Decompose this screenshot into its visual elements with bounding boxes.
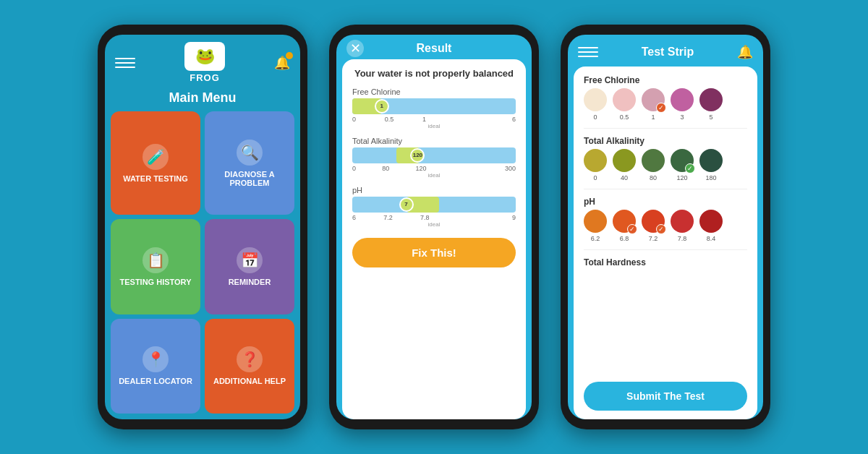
phone-1-screen: 🐸 FROG 🔔 Main Menu 🧪 WATER TESTING 🔍 DIA…	[105, 35, 300, 419]
result-content: Your water is not properly balanced Free…	[342, 59, 526, 419]
logo-area: 🐸 FROG	[135, 42, 274, 83]
divider-1	[584, 128, 747, 129]
fix-this-button[interactable]: Fix This!	[352, 238, 516, 267]
phone-1-header: 🐸 FROG 🔔	[105, 35, 300, 86]
ph-color-84	[699, 210, 723, 233]
frog-logo: 🐸	[184, 42, 225, 71]
chlorine-swatch-05[interactable]: 0.5	[613, 88, 636, 121]
chlorine-scale: 00.516	[352, 116, 516, 123]
total-alkalinity-section: Total Alkalinity 120 080120300 ideal	[352, 137, 516, 179]
alkalinity-value-marker: 120	[410, 148, 425, 163]
free-chlorine-label: Free Chlorine	[352, 87, 516, 96]
hamburger-menu-icon[interactable]	[115, 53, 135, 73]
chlorine-swatches: 0 0.5 ✓ 1 3	[584, 88, 747, 121]
strip-alkalinity-section: Total Alkalinity 0 40 80	[584, 136, 747, 181]
alkalinity-color-40	[613, 149, 636, 172]
diagnose-label: DIAGNOSE A PROBLEM	[209, 170, 290, 187]
ph-ideal-label: ideal	[352, 221, 516, 228]
ph-label: pH	[352, 186, 516, 194]
strip-free-chlorine-section: Free Chlorine 0 0.5 ✓ 1	[584, 75, 747, 121]
ph-check-68: ✓	[627, 224, 637, 234]
phone-2: ✕ Result Your water is not properly bala…	[329, 25, 539, 429]
ph-color-72: ✓	[642, 210, 665, 233]
alkalinity-color-0	[584, 149, 607, 172]
additional-help-label: ADDITIONAL HELP	[213, 377, 286, 385]
phone-3-screen: Test Strip 🔔 Free Chlorine 0 0.5	[568, 35, 763, 419]
result-top-bar: ✕ Result	[336, 35, 532, 59]
history-icon: 📋	[142, 247, 169, 273]
strip-chlorine-title: Free Chlorine	[584, 75, 747, 85]
alkalinity-color-120: ✓	[671, 149, 694, 172]
chlorine-value-marker: 1	[375, 99, 389, 113]
chlorine-check-1: ✓	[656, 103, 666, 113]
chlorine-swatch-0[interactable]: 0	[584, 88, 607, 121]
alkalinity-swatch-180[interactable]: 180	[699, 149, 723, 181]
dealer-label: DEALER LOCATOR	[119, 377, 192, 385]
divider-2	[584, 189, 747, 189]
alkalinity-ideal-label: ideal	[352, 172, 516, 179]
test-strip-title: Test Strip	[642, 46, 694, 59]
chlorine-swatch-3[interactable]: 3	[671, 88, 694, 121]
test-strip-top-bar: Test Strip 🔔	[568, 35, 763, 67]
dealer-locator-tile[interactable]: 📍 DEALER LOCATOR	[111, 319, 200, 414]
free-chlorine-bar: 1	[352, 98, 516, 114]
phone-1: 🐸 FROG 🔔 Main Menu 🧪 WATER TESTING 🔍 DIA…	[98, 25, 307, 429]
history-label: TESTING HISTORY	[119, 278, 191, 286]
testing-history-tile[interactable]: 📋 TESTING HISTORY	[111, 219, 200, 314]
phone-2-screen: ✕ Result Your water is not properly bala…	[336, 35, 532, 419]
ph-value-marker: 7	[399, 197, 414, 212]
strip-hardness-section: Total Hardness	[584, 257, 747, 270]
diagnose-tile[interactable]: 🔍 DIAGNOSE A PROBLEM	[205, 111, 294, 215]
ph-swatch-84[interactable]: 8.4	[699, 210, 723, 242]
ph-swatch-62[interactable]: 6.2	[584, 210, 607, 242]
alkalinity-color-180	[699, 149, 723, 172]
reminder-label: REMINDER	[229, 278, 271, 286]
reminder-tile[interactable]: 📅 REMINDER	[205, 219, 294, 314]
strip-ph-title: pH	[584, 197, 747, 207]
chlorine-swatch-5[interactable]: 5	[699, 88, 723, 121]
result-title: Result	[417, 42, 452, 55]
diagnose-icon: 🔍	[237, 140, 263, 166]
ph-color-62	[584, 210, 607, 233]
total-alkalinity-label: Total Alkalinity	[352, 137, 516, 145]
chlorine-color-3	[671, 88, 694, 111]
dealer-icon: 📍	[142, 346, 169, 372]
alkalinity-color-80	[642, 149, 665, 172]
test-strip-bell-icon[interactable]: 🔔	[737, 44, 753, 60]
test-strip-content: Free Chlorine 0 0.5 ✓ 1	[574, 67, 757, 419]
additional-help-icon: ❓	[237, 346, 263, 372]
water-testing-label: WATER TESTING	[123, 174, 188, 183]
ph-swatch-72[interactable]: ✓ 7.2	[642, 210, 665, 242]
chlorine-swatch-1[interactable]: ✓ 1	[642, 88, 665, 121]
free-chlorine-section: Free Chlorine 1 00.516 ideal	[352, 87, 516, 129]
ph-swatches: 6.2 ✓ 6.8 ✓ 7.2	[584, 210, 747, 242]
test-strip-menu-icon[interactable]	[578, 42, 598, 62]
ph-scale: 67.27.89	[352, 214, 516, 221]
water-testing-icon: 🧪	[142, 144, 169, 170]
ph-check-72: ✓	[656, 224, 666, 234]
water-testing-tile[interactable]: 🧪 WATER TESTING	[111, 111, 200, 215]
phone-3: Test Strip 🔔 Free Chlorine 0 0.5	[561, 25, 770, 429]
alkalinity-swatch-40[interactable]: 40	[613, 149, 636, 181]
additional-help-tile[interactable]: ❓ ADDITIONAL HELP	[205, 319, 294, 414]
brand-name: FROG	[190, 72, 220, 83]
submit-test-button[interactable]: Submit The Test	[584, 382, 747, 411]
ph-color-68: ✓	[613, 210, 636, 233]
strip-alkalinity-title: Total Alkalinity	[584, 136, 747, 146]
ph-color-78	[671, 210, 694, 233]
alkalinity-swatch-80[interactable]: 80	[642, 149, 665, 181]
strip-hardness-title: Total Hardness	[584, 257, 747, 267]
menu-grid: 🧪 WATER TESTING 🔍 DIAGNOSE A PROBLEM 📋 T…	[105, 111, 300, 419]
ph-swatch-68[interactable]: ✓ 6.8	[613, 210, 636, 242]
chlorine-ideal-label: ideal	[352, 123, 516, 129]
result-subtitle: Your water is not properly balanced	[352, 68, 516, 80]
alkalinity-swatch-120[interactable]: ✓ 120	[671, 149, 694, 181]
strip-ph-section: pH 6.2 ✓ 6.8 ✓	[584, 197, 747, 242]
close-button[interactable]: ✕	[346, 40, 364, 57]
ph-swatch-78[interactable]: 7.8	[671, 210, 694, 242]
chlorine-color-5	[699, 88, 723, 111]
chlorine-color-0	[584, 88, 607, 111]
alkalinity-swatches: 0 40 80 ✓ 120	[584, 149, 747, 181]
alkalinity-swatch-0[interactable]: 0	[584, 149, 607, 181]
notification-bell[interactable]: 🔔	[274, 55, 290, 71]
